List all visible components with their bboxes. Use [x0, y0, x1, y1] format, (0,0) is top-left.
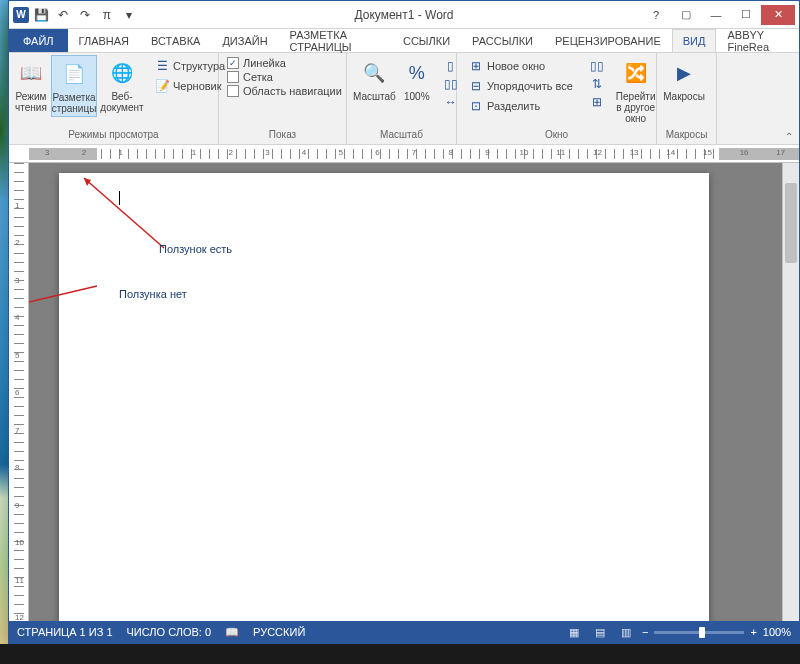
svg-line-0 [84, 178, 164, 248]
statusbar: СТРАНИЦА 1 ИЗ 1 ЧИСЛО СЛОВ: 0 📖 РУССКИЙ … [9, 621, 799, 643]
tab-abbyy[interactable]: ABBYY FineRea [716, 29, 799, 52]
tab-layout[interactable]: РАЗМЕТКА СТРАНИЦЫ [279, 29, 392, 52]
new-window-button[interactable]: ⊞Новое окно [465, 57, 576, 75]
scrollbar-thumb[interactable] [785, 183, 797, 263]
group-label-window: Окно [461, 128, 652, 144]
zoom-button[interactable]: 🔍 Масштаб [351, 55, 398, 104]
collapse-ribbon-icon[interactable]: ⌃ [785, 131, 793, 142]
switch-window-icon: 🔀 [620, 57, 652, 89]
print-view-icon[interactable]: ▤ [590, 624, 610, 640]
print-layout-icon: 📄 [58, 58, 90, 90]
split-icon: ⊡ [468, 98, 484, 114]
qat-dropdown-icon[interactable]: ▾ [119, 5, 139, 25]
group-label-views: Режимы просмотра [13, 128, 214, 144]
titlebar: W 💾 ↶ ↷ π ▾ Документ1 - Word ? ▢ — ☐ ✕ [9, 1, 799, 29]
reset-pos-button[interactable]: ⊞ [586, 93, 608, 111]
split-button[interactable]: ⊡Разделить [465, 97, 576, 115]
status-proofing-icon[interactable]: 📖 [225, 626, 239, 639]
read-mode-button[interactable]: 📖 Режим чтения [13, 55, 49, 115]
text-cursor [119, 191, 120, 205]
draft-icon: 📝 [154, 78, 170, 94]
web-layout-icon: 🌐 [106, 57, 138, 89]
side-by-side-button[interactable]: ▯▯ [586, 57, 608, 75]
zoom-in-button[interactable]: + [750, 626, 756, 638]
checkbox-checked-icon: ✓ [227, 57, 239, 69]
help-button[interactable]: ? [641, 5, 671, 25]
tab-references[interactable]: ССЫЛКИ [392, 29, 461, 52]
outline-button[interactable]: ☰Структура [151, 57, 228, 75]
tab-insert[interactable]: ВСТАВКА [140, 29, 211, 52]
checkbox-icon [227, 71, 239, 83]
nav-pane-checkbox[interactable]: Область навигации [227, 85, 342, 97]
pi-icon[interactable]: π [97, 5, 117, 25]
gridlines-checkbox[interactable]: Сетка [227, 71, 342, 83]
arrange-all-button[interactable]: ⊟Упорядочить все [465, 77, 576, 95]
svg-marker-1 [84, 178, 91, 186]
maximize-button[interactable]: ☐ [731, 5, 761, 25]
group-label-zoom: Масштаб [351, 128, 452, 144]
sync-scroll-button[interactable]: ⇅ [586, 75, 608, 93]
vertical-ruler[interactable]: 12345678910111213 [9, 163, 29, 621]
zoom-slider[interactable] [654, 631, 744, 634]
tab-mailings[interactable]: РАССЫЛКИ [461, 29, 544, 52]
tab-view[interactable]: ВИД [672, 29, 717, 52]
document-page[interactable]: Ползунок есть Ползунка нет [59, 173, 709, 621]
status-language[interactable]: РУССКИЙ [253, 626, 305, 638]
group-label-show: Показ [223, 128, 342, 144]
tab-design[interactable]: ДИЗАЙН [211, 29, 278, 52]
tab-review[interactable]: РЕЦЕНЗИРОВАНИЕ [544, 29, 672, 52]
reset-icon: ⊞ [589, 94, 605, 110]
zoom-out-button[interactable]: − [642, 626, 648, 638]
ruler-checkbox[interactable]: ✓Линейка [227, 57, 342, 69]
svg-line-2 [29, 286, 97, 313]
macros-icon: ▶ [668, 57, 700, 89]
tab-file[interactable]: ФАЙЛ [9, 29, 68, 52]
sync-icon: ⇅ [589, 76, 605, 92]
ribbon: 📖 Режим чтения 📄 Разметка страницы 🌐 Веб… [9, 53, 799, 145]
horizontal-ruler[interactable]: 3211234567891011121314151617 [9, 145, 799, 163]
read-mode-icon: 📖 [15, 57, 47, 89]
minimize-button[interactable]: — [701, 5, 731, 25]
macros-button[interactable]: ▶ Макросы [661, 55, 707, 104]
group-label-macros: Макросы [661, 128, 712, 144]
annotation-no-slider: Ползунка нет [119, 288, 187, 300]
new-window-icon: ⊞ [468, 58, 484, 74]
save-icon[interactable]: 💾 [31, 5, 51, 25]
annotation-has-slider: Ползунок есть [159, 243, 232, 255]
undo-icon[interactable]: ↶ [53, 5, 73, 25]
window-title: Документ1 - Word [354, 8, 453, 22]
read-view-icon[interactable]: ▦ [564, 624, 584, 640]
zoom-level[interactable]: 100% [763, 626, 791, 638]
web-layout-button[interactable]: 🌐 Веб-документ [99, 55, 145, 115]
switch-window-button[interactable]: 🔀 Перейти в другое окно [614, 55, 658, 126]
status-page[interactable]: СТРАНИЦА 1 ИЗ 1 [17, 626, 113, 638]
close-button[interactable]: ✕ [761, 5, 795, 25]
draft-button[interactable]: 📝Черновик [151, 77, 228, 95]
arrange-icon: ⊟ [468, 78, 484, 94]
zoom-100-button[interactable]: % 100% [400, 55, 434, 104]
taskbar[interactable] [0, 644, 800, 664]
checkbox-icon [227, 85, 239, 97]
side-icon: ▯▯ [589, 58, 605, 74]
ribbon-tabs: ФАЙЛ ГЛАВНАЯ ВСТАВКА ДИЗАЙН РАЗМЕТКА СТР… [9, 29, 799, 53]
word-window: W 💾 ↶ ↷ π ▾ Документ1 - Word ? ▢ — ☐ ✕ Ф… [8, 0, 800, 644]
redo-icon[interactable]: ↷ [75, 5, 95, 25]
arrow-annotation-2 [29, 278, 107, 328]
outline-icon: ☰ [154, 58, 170, 74]
print-layout-button[interactable]: 📄 Разметка страницы [51, 55, 97, 117]
ribbon-display-button[interactable]: ▢ [671, 5, 701, 25]
status-words[interactable]: ЧИСЛО СЛОВ: 0 [127, 626, 212, 638]
document-area: 12345678910111213 Ползунок есть Ползунка… [9, 163, 799, 621]
tab-home[interactable]: ГЛАВНАЯ [68, 29, 140, 52]
page-scroll-area[interactable]: Ползунок есть Ползунка нет [29, 163, 799, 621]
zoom-icon: 🔍 [358, 57, 390, 89]
web-view-icon[interactable]: ▥ [616, 624, 636, 640]
vertical-scrollbar[interactable] [782, 163, 799, 621]
percent-icon: % [401, 57, 433, 89]
word-app-icon[interactable]: W [13, 7, 29, 23]
